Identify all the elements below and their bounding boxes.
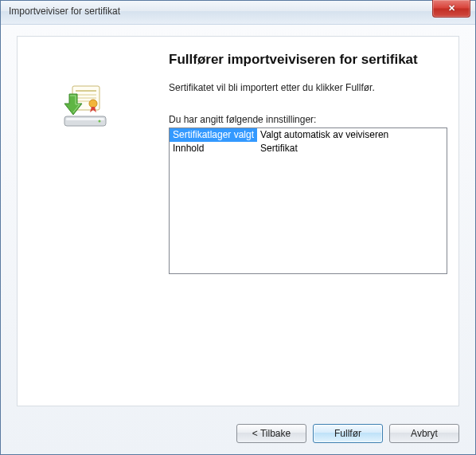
svg-point-2 (99, 120, 101, 123)
settings-table: Sertifikatlager valgt Valgt automatisk a… (170, 128, 447, 155)
close-button[interactable]: ✕ (432, 0, 470, 18)
cancel-button[interactable]: Avbryt (389, 424, 459, 443)
certificate-import-icon (60, 80, 111, 131)
svg-rect-1 (66, 118, 104, 120)
settings-key: Sertifikatlager valgt (170, 128, 257, 142)
settings-key: Innhold (170, 142, 257, 155)
button-row: < Tilbake Fullfør Avbryt (236, 424, 459, 443)
settings-value: Sertifikat (257, 142, 447, 155)
page-title: Fullfører importveiviseren for sertifika… (169, 51, 447, 68)
client-area: Fullfører importveiviseren for sertifika… (1, 25, 475, 454)
wizard-sidebar (18, 37, 153, 406)
wizard-main: Fullfører importveiviseren for sertifika… (169, 51, 447, 394)
settings-label: Du har angitt følgende innstillinger: (169, 114, 447, 125)
page-description: Sertifikatet vil bli importert etter du … (169, 82, 447, 93)
close-icon: ✕ (448, 4, 455, 13)
svg-point-8 (89, 100, 97, 108)
table-row[interactable]: Sertifikatlager valgt Valgt automatisk a… (170, 128, 447, 142)
settings-listbox[interactable]: Sertifikatlager valgt Valgt automatisk a… (169, 127, 447, 274)
wizard-window: Importveiviser for sertifikat ✕ (0, 0, 476, 455)
table-row[interactable]: Innhold Sertifikat (170, 142, 447, 155)
settings-value: Valgt automatisk av veiviseren (257, 128, 447, 142)
titlebar: Importveiviser for sertifikat ✕ (1, 1, 475, 25)
content-panel: Fullfører importveiviseren for sertifika… (17, 36, 459, 406)
window-title: Importveiviser for sertifikat (9, 6, 120, 17)
finish-button[interactable]: Fullfør (313, 424, 383, 443)
back-button[interactable]: < Tilbake (236, 424, 306, 443)
